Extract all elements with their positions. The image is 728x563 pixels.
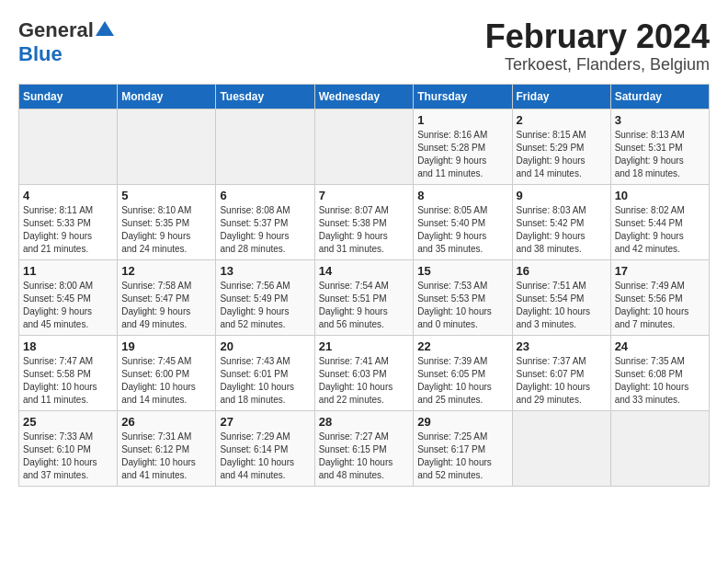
day-info: Sunrise: 7:47 AM Sunset: 5:58 PM Dayligh… <box>23 355 113 407</box>
day-info: Sunrise: 7:29 AM Sunset: 6:14 PM Dayligh… <box>220 431 310 482</box>
day-number: 21 <box>319 339 410 353</box>
day-number: 7 <box>319 189 410 202</box>
day-info: Sunrise: 7:25 AM Sunset: 6:17 PM Dayligh… <box>417 431 507 482</box>
day-number: 16 <box>517 264 607 278</box>
calendar-cell: 22Sunrise: 7:39 AM Sunset: 6:05 PM Dayli… <box>414 335 512 410</box>
day-info: Sunrise: 7:51 AM Sunset: 5:54 PM Dayligh… <box>517 280 607 331</box>
calendar-cell <box>610 410 709 486</box>
calendar-cell: 17Sunrise: 7:49 AM Sunset: 5:56 PM Dayli… <box>610 259 709 335</box>
calendar-cell <box>314 109 414 184</box>
weekday-header: Sunday <box>19 84 118 109</box>
day-number: 18 <box>23 339 113 353</box>
day-number: 9 <box>517 189 607 202</box>
calendar-cell: 9Sunrise: 8:03 AM Sunset: 5:42 PM Daylig… <box>512 184 610 259</box>
calendar-cell: 16Sunrise: 7:51 AM Sunset: 5:54 PM Dayli… <box>512 259 610 335</box>
day-info: Sunrise: 7:56 AM Sunset: 5:49 PM Dayligh… <box>220 280 310 331</box>
calendar-cell: 24Sunrise: 7:35 AM Sunset: 6:08 PM Dayli… <box>610 335 709 410</box>
day-number: 20 <box>220 339 310 353</box>
calendar-table: SundayMondayTuesdayWednesdayThursdayFrid… <box>18 84 710 487</box>
calendar-cell: 19Sunrise: 7:45 AM Sunset: 6:00 PM Dayli… <box>118 335 216 410</box>
calendar-cell: 11Sunrise: 8:00 AM Sunset: 5:45 PM Dayli… <box>19 259 118 335</box>
calendar-cell <box>512 410 610 486</box>
calendar-cell: 18Sunrise: 7:47 AM Sunset: 5:58 PM Dayli… <box>19 335 118 410</box>
day-info: Sunrise: 7:27 AM Sunset: 6:15 PM Dayligh… <box>319 431 410 482</box>
weekday-header: Saturday <box>610 84 709 109</box>
day-info: Sunrise: 7:53 AM Sunset: 5:53 PM Dayligh… <box>417 280 507 331</box>
page-header: General Blue February 2024 Terkoest, Fla… <box>18 18 710 75</box>
day-number: 14 <box>319 264 410 278</box>
calendar-cell: 5Sunrise: 8:10 AM Sunset: 5:35 PM Daylig… <box>118 184 216 259</box>
day-number: 10 <box>615 189 705 202</box>
day-number: 8 <box>417 189 507 202</box>
logo-text-blue: Blue <box>18 42 63 65</box>
day-number: 12 <box>121 264 211 278</box>
weekday-header: Tuesday <box>216 84 314 109</box>
day-number: 15 <box>417 264 507 278</box>
day-number: 24 <box>615 339 705 353</box>
calendar-cell: 26Sunrise: 7:31 AM Sunset: 6:12 PM Dayli… <box>118 410 216 486</box>
day-info: Sunrise: 7:54 AM Sunset: 5:51 PM Dayligh… <box>319 280 410 331</box>
calendar-cell: 29Sunrise: 7:25 AM Sunset: 6:17 PM Dayli… <box>414 410 512 486</box>
calendar-cell: 12Sunrise: 7:58 AM Sunset: 5:47 PM Dayli… <box>118 259 216 335</box>
day-number: 22 <box>417 339 507 353</box>
day-number: 11 <box>23 264 113 278</box>
weekday-header: Monday <box>118 84 216 109</box>
day-number: 26 <box>121 415 211 429</box>
logo: General Blue <box>18 18 114 66</box>
day-info: Sunrise: 8:10 AM Sunset: 5:35 PM Dayligh… <box>121 204 211 256</box>
day-info: Sunrise: 7:49 AM Sunset: 5:56 PM Dayligh… <box>615 280 705 331</box>
calendar-cell: 25Sunrise: 7:33 AM Sunset: 6:10 PM Dayli… <box>19 410 118 486</box>
calendar-cell: 27Sunrise: 7:29 AM Sunset: 6:14 PM Dayli… <box>216 410 314 486</box>
calendar-cell: 7Sunrise: 8:07 AM Sunset: 5:38 PM Daylig… <box>314 184 414 259</box>
day-info: Sunrise: 8:05 AM Sunset: 5:40 PM Dayligh… <box>417 204 507 256</box>
day-number: 19 <box>121 339 211 353</box>
svg-marker-0 <box>96 21 114 36</box>
day-info: Sunrise: 7:31 AM Sunset: 6:12 PM Dayligh… <box>121 431 211 482</box>
day-number: 25 <box>23 415 113 429</box>
calendar-cell: 6Sunrise: 8:08 AM Sunset: 5:37 PM Daylig… <box>216 184 314 259</box>
calendar-cell: 1Sunrise: 8:16 AM Sunset: 5:28 PM Daylig… <box>414 109 512 184</box>
calendar-cell <box>19 109 118 184</box>
calendar-cell: 4Sunrise: 8:11 AM Sunset: 5:33 PM Daylig… <box>19 184 118 259</box>
day-info: Sunrise: 8:13 AM Sunset: 5:31 PM Dayligh… <box>615 129 705 180</box>
calendar-cell <box>216 109 314 184</box>
weekday-header: Thursday <box>414 84 512 109</box>
calendar-cell: 13Sunrise: 7:56 AM Sunset: 5:49 PM Dayli… <box>216 259 314 335</box>
calendar-cell: 3Sunrise: 8:13 AM Sunset: 5:31 PM Daylig… <box>610 109 709 184</box>
calendar-cell: 10Sunrise: 8:02 AM Sunset: 5:44 PM Dayli… <box>610 184 709 259</box>
day-number: 29 <box>417 415 507 429</box>
day-number: 4 <box>23 189 113 202</box>
calendar-cell: 23Sunrise: 7:37 AM Sunset: 6:07 PM Dayli… <box>512 335 610 410</box>
day-info: Sunrise: 7:33 AM Sunset: 6:10 PM Dayligh… <box>23 431 113 482</box>
day-info: Sunrise: 7:39 AM Sunset: 6:05 PM Dayligh… <box>417 355 507 407</box>
day-info: Sunrise: 8:11 AM Sunset: 5:33 PM Dayligh… <box>23 204 113 256</box>
weekday-header: Friday <box>512 84 610 109</box>
calendar-cell: 15Sunrise: 7:53 AM Sunset: 5:53 PM Dayli… <box>414 259 512 335</box>
day-number: 17 <box>615 264 705 278</box>
logo-text-general: General <box>18 18 94 42</box>
logo-triangle-icon <box>96 19 114 38</box>
calendar-cell: 8Sunrise: 8:05 AM Sunset: 5:40 PM Daylig… <box>414 184 512 259</box>
calendar-cell: 2Sunrise: 8:15 AM Sunset: 5:29 PM Daylig… <box>512 109 610 184</box>
day-number: 23 <box>517 339 607 353</box>
day-info: Sunrise: 7:43 AM Sunset: 6:01 PM Dayligh… <box>220 355 310 407</box>
day-info: Sunrise: 7:41 AM Sunset: 6:03 PM Dayligh… <box>319 355 410 407</box>
day-number: 27 <box>220 415 310 429</box>
day-number: 6 <box>220 189 310 202</box>
day-number: 13 <box>220 264 310 278</box>
day-info: Sunrise: 7:58 AM Sunset: 5:47 PM Dayligh… <box>121 280 211 331</box>
day-info: Sunrise: 7:37 AM Sunset: 6:07 PM Dayligh… <box>517 355 607 407</box>
title-block: February 2024 Terkoest, Flanders, Belgiu… <box>485 18 710 75</box>
day-info: Sunrise: 8:00 AM Sunset: 5:45 PM Dayligh… <box>23 280 113 331</box>
day-info: Sunrise: 8:08 AM Sunset: 5:37 PM Dayligh… <box>220 204 310 256</box>
day-info: Sunrise: 7:35 AM Sunset: 6:08 PM Dayligh… <box>615 355 705 407</box>
page-subtitle: Terkoest, Flanders, Belgium <box>485 55 710 75</box>
day-info: Sunrise: 8:15 AM Sunset: 5:29 PM Dayligh… <box>517 129 607 180</box>
page-title: February 2024 <box>485 18 710 55</box>
calendar-cell: 28Sunrise: 7:27 AM Sunset: 6:15 PM Dayli… <box>314 410 414 486</box>
day-info: Sunrise: 8:16 AM Sunset: 5:28 PM Dayligh… <box>417 129 507 180</box>
day-number: 28 <box>319 415 410 429</box>
day-info: Sunrise: 7:45 AM Sunset: 6:00 PM Dayligh… <box>121 355 211 407</box>
calendar-cell: 21Sunrise: 7:41 AM Sunset: 6:03 PM Dayli… <box>314 335 414 410</box>
day-info: Sunrise: 8:02 AM Sunset: 5:44 PM Dayligh… <box>615 204 705 256</box>
